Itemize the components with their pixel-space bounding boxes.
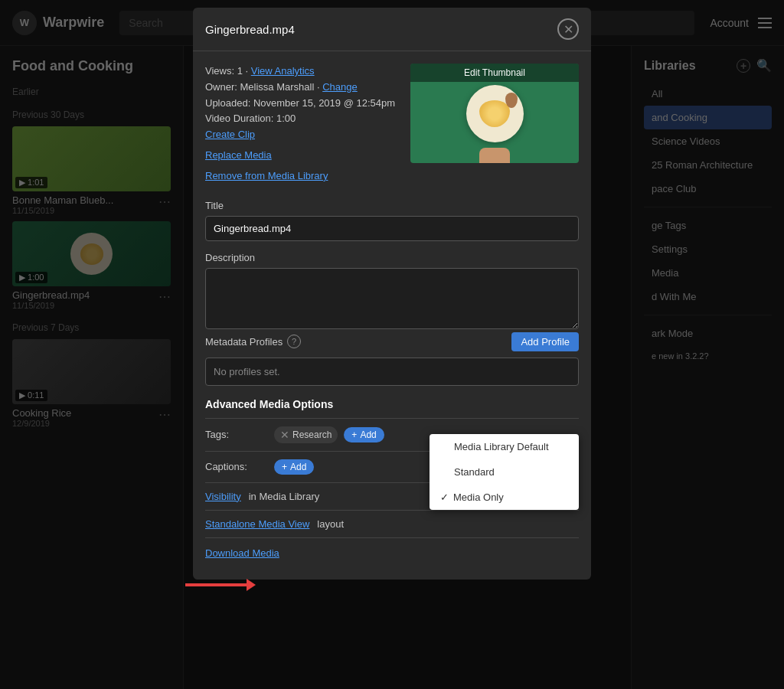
meta-info: Views: 1 · View Analytics Owner: Melissa…	[205, 64, 398, 189]
tag-chip: ✕ Research	[274, 426, 338, 443]
arrow-shaft	[185, 583, 247, 586]
sauce-graphic	[505, 93, 518, 108]
modal-body: Views: 1 · View Analytics Owner: Melissa…	[193, 51, 591, 580]
standalone-row: Standalone Media View layout Media Libra…	[205, 510, 579, 537]
create-clip-link[interactable]: Create Clip	[205, 127, 398, 143]
title-label: Title	[205, 200, 579, 211]
title-input[interactable]	[205, 216, 579, 241]
remove-media-link[interactable]: Remove from Media Library	[205, 168, 398, 184]
action-links: Create Clip Replace Media Remove from Me…	[205, 127, 398, 184]
metadata-help-icon[interactable]: ?	[287, 335, 301, 348]
download-media-link[interactable]: Download Media	[205, 547, 279, 559]
thumbnail-container: Edit Thumbnail	[410, 64, 579, 163]
plus-icon: +	[351, 429, 357, 440]
tag-label: Research	[292, 429, 332, 440]
uploaded-line: Uploaded: November 15, 2019 @ 12:54pm	[205, 96, 398, 112]
tag-remove-icon[interactable]: ✕	[280, 429, 289, 441]
metadata-profiles-row: Metadata Profiles ? Add Profile	[205, 332, 579, 351]
profiles-box: No profiles set.	[205, 358, 579, 386]
replace-media-link[interactable]: Replace Media	[205, 148, 398, 164]
modal-overlay[interactable]: Gingerbread.mp4 ✕ Views: 1 · View Analyt…	[0, 0, 784, 689]
advanced-title: Advanced Media Options	[205, 398, 579, 410]
metadata-profiles-label: Metadata Profiles	[205, 336, 283, 348]
captions-label: Captions:	[205, 461, 266, 472]
modal-title: Gingerbread.mp4	[205, 23, 295, 36]
duration-line: Video Duration: 1:00	[205, 111, 398, 127]
view-analytics-link[interactable]: View Analytics	[251, 65, 315, 77]
tags-label: Tags:	[205, 429, 266, 440]
add-tag-button[interactable]: + Add	[344, 427, 384, 442]
description-label: Description	[205, 252, 579, 263]
edit-thumbnail-btn[interactable]: Edit Thumbnail	[410, 64, 579, 82]
advanced-media-options: Advanced Media Options Tags: ✕ Research …	[205, 398, 579, 567]
thumbnail-image: Edit Thumbnail	[410, 64, 579, 163]
layout-dropdown-popup: Media Library Default Standard Media Onl…	[430, 434, 579, 510]
dropdown-item-standard[interactable]: Standard	[430, 459, 579, 485]
download-row: Download Media	[205, 537, 579, 567]
views-line: Views: 1 · View Analytics	[205, 64, 398, 80]
owner-line: Owner: Melissa Marshall · Change	[205, 80, 398, 96]
indicator-arrow	[185, 579, 256, 591]
add-profile-button[interactable]: Add Profile	[511, 332, 579, 351]
tags-area: ✕ Research + Add	[274, 426, 384, 443]
description-textarea[interactable]	[205, 268, 579, 329]
modal-header: Gingerbread.mp4 ✕	[193, 8, 591, 51]
modal-dialog: Gingerbread.mp4 ✕ Views: 1 · View Analyt…	[193, 8, 591, 580]
dropdown-item-media-only[interactable]: Media Only	[430, 485, 579, 510]
food-graphic	[479, 100, 510, 127]
plus-icon: +	[282, 462, 287, 472]
visibility-link[interactable]: Visibility	[205, 491, 241, 502]
modal-close-button[interactable]: ✕	[557, 18, 579, 40]
bowl-graphic	[466, 85, 524, 142]
dropdown-item-default[interactable]: Media Library Default	[430, 434, 579, 459]
arrow-head	[247, 579, 256, 591]
change-owner-link[interactable]: Change	[322, 81, 358, 93]
add-captions-button[interactable]: + Add	[274, 459, 314, 475]
hand-graphic	[479, 148, 510, 163]
meta-row: Views: 1 · View Analytics Owner: Melissa…	[205, 64, 579, 189]
visibility-text: in Media Library	[249, 491, 320, 502]
standalone-text: layout	[317, 518, 344, 530]
standalone-media-view-link[interactable]: Standalone Media View	[205, 518, 309, 530]
